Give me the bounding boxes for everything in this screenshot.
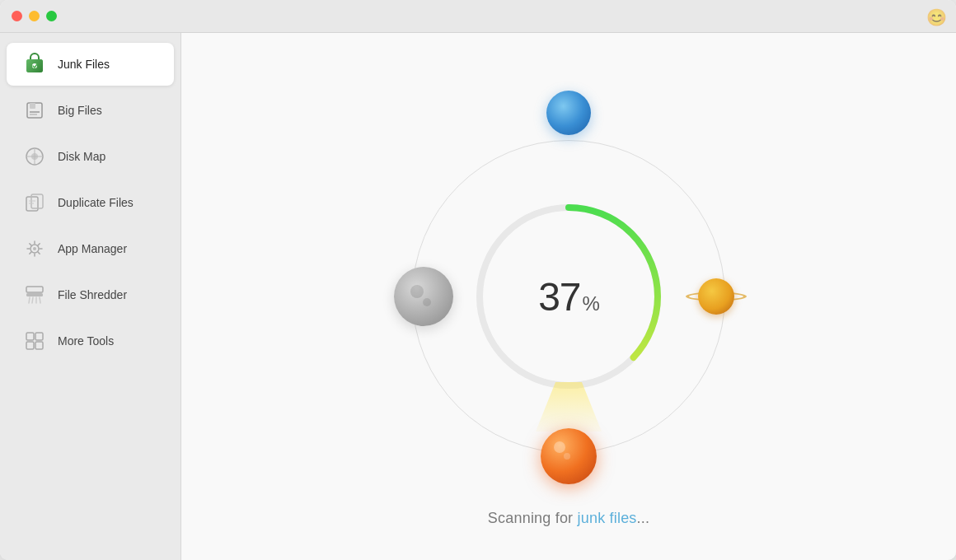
svg-line-20: [32, 297, 33, 303]
big-files-label: Big Files: [58, 104, 102, 117]
sidebar-item-more-tools[interactable]: More Tools: [7, 320, 174, 362]
scan-status: Scanning for junk files...: [488, 510, 649, 527]
svg-rect-25: [26, 342, 34, 349]
duplicate-files-label: Duplicate Files: [58, 196, 134, 209]
main-layout: Junk Files Big Files: [0, 33, 956, 560]
spotlight-beam: [536, 382, 602, 432]
sidebar-item-junk-files[interactable]: Junk Files: [7, 43, 174, 86]
svg-rect-4: [30, 103, 35, 109]
more-tools-icon: [21, 328, 48, 354]
sidebar-item-big-files[interactable]: Big Files: [7, 89, 174, 132]
sidebar-item-file-shredder[interactable]: File Shredder: [7, 273, 174, 316]
scan-status-highlight: junk files: [578, 510, 637, 526]
planet-orange-wrap: [536, 382, 602, 484]
saturn-body: [698, 278, 734, 315]
progress-value: 37: [538, 274, 580, 320]
traffic-lights: [12, 11, 57, 21]
scan-area: 37% Scanning for junk files...: [354, 66, 783, 527]
svg-point-16: [33, 247, 36, 250]
file-shredder-icon: [21, 282, 48, 308]
planet-saturn: [686, 276, 747, 317]
svg-line-22: [40, 297, 40, 303]
main-content: 37% Scanning for junk files...: [181, 33, 956, 560]
disk-map-icon: [21, 143, 48, 170]
svg-line-19: [29, 297, 30, 303]
file-shredder-label: File Shredder: [58, 288, 127, 301]
svg-rect-23: [26, 333, 34, 340]
sidebar-item-disk-map[interactable]: Disk Map: [7, 135, 174, 178]
scan-status-text: Scanning for: [488, 510, 578, 526]
planet-blue: [546, 91, 591, 135]
title-bar: 😊: [0, 0, 956, 33]
app-manager-icon: [21, 236, 48, 262]
sidebar-item-app-manager[interactable]: App Manager: [7, 227, 174, 270]
progress-text: 37%: [538, 274, 599, 320]
duplicate-files-icon: [21, 189, 48, 216]
planet-moon: [394, 267, 453, 326]
more-tools-label: More Tools: [58, 334, 114, 348]
app-icon: 😊: [926, 7, 944, 26]
disk-map-label: Disk Map: [58, 150, 105, 163]
scan-status-ellipsis: ...: [637, 510, 650, 526]
planet-orange: [541, 428, 597, 484]
app-window: 😊: [0, 0, 956, 560]
sidebar: Junk Files Big Files: [0, 33, 181, 560]
svg-rect-18: [26, 287, 43, 292]
close-button[interactable]: [12, 11, 22, 21]
maximize-button[interactable]: [46, 11, 57, 21]
app-manager-label: App Manager: [58, 242, 127, 255]
progress-unit: %: [583, 292, 599, 315]
junk-files-label: Junk Files: [58, 58, 110, 71]
minimize-button[interactable]: [29, 11, 40, 21]
svg-rect-26: [35, 342, 43, 349]
svg-rect-17: [26, 293, 43, 296]
sidebar-item-duplicate-files[interactable]: Duplicate Files: [7, 181, 174, 224]
junk-files-icon: [21, 51, 48, 77]
big-files-icon: [21, 97, 48, 124]
svg-rect-24: [35, 333, 43, 340]
progress-ring: 37%: [470, 198, 668, 395]
